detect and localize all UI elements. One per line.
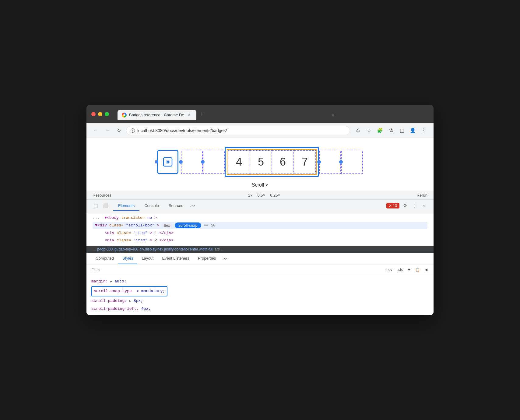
tab-event-listeners[interactable]: Event Listeners bbox=[158, 253, 194, 264]
css-margin-value: auto; bbox=[114, 279, 126, 284]
speed-1x[interactable]: 1× bbox=[248, 193, 253, 198]
error-icon: ✕ bbox=[389, 204, 392, 208]
html-line-3: <div class= "item" > 1 </div> bbox=[93, 229, 427, 236]
tab-more-button[interactable]: >> bbox=[188, 201, 198, 211]
tab-properties[interactable]: Properties bbox=[194, 253, 220, 264]
tab-close-button[interactable]: × bbox=[187, 112, 192, 118]
tab-overflow-button[interactable]: ∨ bbox=[329, 110, 337, 120]
tab-elements[interactable]: Elements bbox=[113, 201, 139, 211]
html-tag-div: ▼<div bbox=[95, 223, 107, 228]
html-dollar: $0 bbox=[211, 223, 216, 228]
html-tag-div-close: > bbox=[157, 223, 159, 228]
html-val-scroll-box: "scroll-box" bbox=[126, 223, 155, 228]
cursor-icon[interactable]: ⬚ bbox=[91, 201, 100, 210]
css-scroll-padding-left-property: scroll-padding-left: bbox=[91, 306, 139, 311]
browser-window: Badges reference - Chrome De × + ∨ ← → ↻… bbox=[86, 105, 434, 315]
breadcrumb-item-2[interactable]: div.display-flex.justify-content-center.… bbox=[139, 247, 213, 252]
toolbar-icons: ⎙ ☆ 🧩 ⚗ ◫ 👤 ⋮ bbox=[353, 126, 429, 135]
sidebar-toggle-icon[interactable]: ◀ bbox=[423, 267, 429, 272]
css-scroll-snap-type-value: x mandatory; bbox=[136, 289, 165, 293]
resources-label: Resources bbox=[93, 193, 111, 198]
extensions-icon[interactable]: 🧩 bbox=[375, 126, 385, 135]
breadcrumb-item-1[interactable]: p-top-300.lg\:gap-top-400 bbox=[97, 247, 138, 252]
styles-panel: Computed Styles Layout Event Listeners P… bbox=[86, 253, 434, 315]
styles-more-button[interactable]: >> bbox=[220, 253, 230, 264]
close-button[interactable] bbox=[91, 112, 96, 116]
html-tag-item-2-end: </div> bbox=[160, 238, 174, 243]
add-rule-button[interactable]: + bbox=[406, 266, 412, 273]
breadcrumb-bar: ... p-top-300.lg\:gap-top-400 div.displa… bbox=[86, 246, 434, 253]
resources-bar: Resources 1× 0.5× 0.25× Rerun bbox=[86, 191, 434, 200]
more-icon[interactable]: ⋮ bbox=[410, 201, 419, 210]
html-tag-item-1: <div bbox=[105, 231, 114, 235]
html-val-no: no bbox=[147, 215, 152, 220]
cls-button[interactable]: .cls bbox=[396, 267, 404, 272]
css-highlighted-rule: scroll-snap-type: x mandatory; bbox=[91, 286, 167, 296]
forward-button[interactable]: → bbox=[103, 126, 111, 135]
html-tag-item-close: > bbox=[150, 231, 152, 235]
badge-scroll-snap[interactable]: scroll-snap bbox=[175, 222, 201, 228]
html-line-4: <div class= "item" > 2 </div> bbox=[93, 237, 427, 244]
tab-sources[interactable]: Sources bbox=[164, 201, 188, 211]
item-6-label: 6 bbox=[280, 156, 286, 168]
account-icon[interactable]: 👤 bbox=[408, 126, 418, 135]
item-5-label: 5 bbox=[258, 156, 264, 168]
html-equals: == bbox=[204, 223, 209, 228]
snap-dot bbox=[201, 160, 205, 164]
share-icon[interactable]: ⎙ bbox=[353, 126, 363, 135]
styles-tabs: Computed Styles Layout Event Listeners P… bbox=[86, 253, 434, 264]
html-text-2: 2 bbox=[155, 238, 157, 243]
flask-icon[interactable]: ⚗ bbox=[386, 126, 396, 135]
scroll-item-ghost-2 bbox=[203, 150, 225, 174]
tab-layout[interactable]: Layout bbox=[137, 253, 158, 264]
menu-icon[interactable]: ⋮ bbox=[419, 126, 429, 135]
rerun-button[interactable]: Rerun bbox=[417, 193, 427, 198]
error-count: 13 bbox=[393, 204, 397, 208]
browser-tab[interactable]: Badges reference - Chrome De × bbox=[118, 110, 196, 120]
speed-0-25x[interactable]: 0.25× bbox=[270, 193, 280, 198]
traffic-lights-row: Badges reference - Chrome De × + ∨ bbox=[91, 108, 429, 120]
html-attr-class-item: class= bbox=[117, 231, 131, 235]
close-devtools-icon[interactable]: × bbox=[420, 201, 429, 210]
reload-button[interactable]: ↻ bbox=[114, 126, 123, 135]
scroll-item-4: 4 bbox=[228, 150, 250, 173]
security-icon: i bbox=[131, 128, 135, 133]
breadcrumb-item-3[interactable]: arti bbox=[215, 247, 220, 252]
address-field[interactable]: i localhost:8080/docs/devtools/elements/… bbox=[126, 126, 350, 135]
badge-flex[interactable]: flex bbox=[162, 223, 172, 228]
filter-placeholder[interactable]: Filter bbox=[91, 268, 382, 272]
new-style-rule-icon[interactable]: 📋 bbox=[414, 267, 421, 272]
devtools-right: ✕ 13 ⚙ ⋮ × bbox=[386, 201, 429, 210]
css-scroll-padding-left-value: 4px; bbox=[141, 306, 151, 311]
devtools-panel: Resources 1× 0.5× 0.25× Rerun ⬚ ⬜ Elemen… bbox=[86, 191, 434, 315]
snap-dot bbox=[179, 160, 183, 164]
speed-0-5x[interactable]: 0.5× bbox=[257, 193, 265, 198]
maximize-button[interactable] bbox=[105, 112, 109, 116]
css-scroll-padding-property: scroll-padding: bbox=[91, 299, 127, 303]
css-scroll-snap-type-line: scroll-snap-type: x mandatory; bbox=[91, 285, 429, 297]
tab-favicon bbox=[122, 113, 127, 117]
split-icon[interactable]: ◫ bbox=[397, 126, 407, 135]
bookmark-icon[interactable]: ☆ bbox=[364, 126, 374, 135]
breadcrumb-start-dots: ... bbox=[93, 247, 96, 252]
scroll-item-ghost-3 bbox=[319, 150, 341, 174]
hover-button[interactable]: :hov bbox=[384, 267, 394, 272]
back-button[interactable]: ← bbox=[91, 126, 100, 135]
css-properties: margin: ▶ auto; scroll-snap-type: x mand… bbox=[86, 275, 434, 315]
css-scroll-padding-line: scroll-padding: ▶ 8px; bbox=[91, 297, 429, 305]
breadcrumb-end-dots: ... bbox=[221, 247, 224, 252]
settings-icon[interactable]: ⚙ bbox=[401, 201, 409, 210]
html-val-item: "item" bbox=[133, 231, 148, 235]
scroll-snap-icon bbox=[162, 156, 173, 167]
tab-console[interactable]: Console bbox=[139, 201, 164, 211]
tab-computed[interactable]: Computed bbox=[91, 253, 118, 264]
tab-styles[interactable]: Styles bbox=[118, 253, 137, 264]
html-text-1: 1 bbox=[155, 231, 157, 235]
minimize-button[interactable] bbox=[98, 112, 102, 116]
new-tab-button[interactable]: + bbox=[196, 108, 207, 120]
device-icon[interactable]: ⬜ bbox=[101, 201, 110, 210]
html-tag-body: ▼<body bbox=[104, 215, 119, 220]
html-selected-row[interactable]: ▼<div class= "scroll-box" > flex scroll-… bbox=[93, 222, 427, 229]
scroll-item-6: 6 bbox=[272, 150, 294, 173]
html-tag-item-end: </div> bbox=[160, 231, 174, 235]
